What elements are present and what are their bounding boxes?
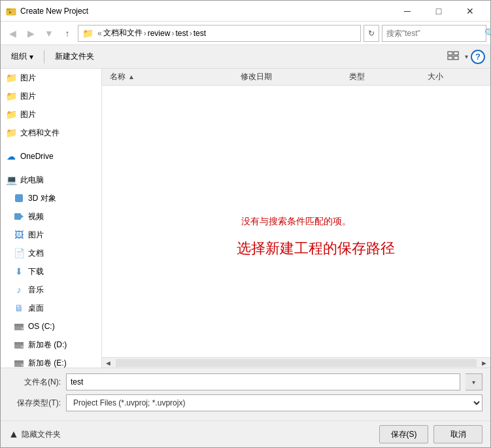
- sidebar: 📁 图片 📁 图片 📁 图片 📁 文档和文件 ☁ OneDrive: [1, 69, 102, 368]
- svg-point-13: [22, 328, 24, 330]
- bottom-fields: 文件名(N): ▾ 保存类型(T): Project Files (*.uvpr…: [1, 368, 490, 421]
- filename-input[interactable]: [66, 373, 460, 390]
- sidebar-item-video[interactable]: 视频: [1, 207, 101, 226]
- sidebar-item-drive-d[interactable]: 新加卷 (D:): [1, 336, 101, 354]
- overlay-message: 选择新建工程的保存路径: [237, 239, 395, 258]
- folder-icon: 📁: [6, 128, 16, 138]
- action-buttons: 保存(S) 取消: [379, 425, 483, 443]
- minimize-button[interactable]: ─: [392, 1, 422, 22]
- svg-rect-8: [15, 194, 23, 202]
- col-header-name[interactable]: 名称 ▲: [107, 69, 238, 85]
- drive-d-icon: [14, 339, 24, 350]
- save-button[interactable]: 保存(S): [379, 425, 428, 443]
- drive-c-icon: [14, 321, 24, 332]
- svg-rect-9: [14, 213, 21, 220]
- sidebar-item-music[interactable]: ♪ 音乐: [1, 281, 101, 299]
- toolbar: 组织 ▾ 新建文件夹 ▾ ?: [1, 45, 490, 69]
- sidebar-item-thispc[interactable]: 💻 此电脑: [1, 171, 101, 189]
- forward-button[interactable]: ▶: [23, 26, 39, 41]
- col-header-type[interactable]: 类型: [347, 69, 425, 85]
- documents-icon: 📄: [14, 248, 24, 258]
- section-divider: [1, 142, 101, 147]
- filename-dropdown-button[interactable]: ▾: [466, 373, 483, 390]
- hscroll-track[interactable]: [116, 359, 477, 367]
- close-button[interactable]: ✕: [455, 1, 485, 22]
- section-divider-2: [1, 165, 101, 171]
- hscroll-left[interactable]: ◄: [102, 359, 114, 367]
- svg-rect-6: [448, 56, 452, 60]
- svg-rect-18: [14, 360, 24, 363]
- sidebar-item-documents[interactable]: 📄 文档: [1, 244, 101, 262]
- view-button[interactable]: [444, 48, 462, 65]
- filetype-label: 保存类型(T):: [8, 398, 61, 409]
- sidebar-item-osc[interactable]: OS (C:): [1, 317, 101, 336]
- folder-icon: 📁: [6, 109, 16, 120]
- sidebar-item-onedrive[interactable]: ☁ OneDrive: [1, 147, 101, 165]
- filetype-select[interactable]: Project Files (*.uvproj; *.uvprojx): [66, 394, 483, 411]
- sidebar-item-drive-e[interactable]: 新加卷 (E:): [1, 354, 101, 368]
- col-header-date[interactable]: 修改日期: [238, 69, 347, 85]
- horizontal-scrollbar[interactable]: ◄ ►: [102, 357, 490, 368]
- search-input[interactable]: [386, 29, 484, 38]
- cancel-button[interactable]: 取消: [433, 425, 483, 443]
- col-header-size[interactable]: 大小: [425, 69, 485, 85]
- bottom-actions: ▲ 隐藏文件夹 保存(S) 取消: [1, 421, 490, 447]
- drive-e-icon: [14, 358, 24, 368]
- svg-rect-7: [454, 56, 458, 60]
- up-button[interactable]: ↑: [59, 26, 75, 41]
- svg-rect-15: [14, 342, 24, 345]
- sidebar-item-downloads[interactable]: ⬇ 下载: [1, 262, 101, 281]
- sidebar-item-pictures1[interactable]: 📁 图片: [1, 69, 101, 87]
- address-bar: ◀ ▶ ▼ ↑ 📁 « 文档和文件 › review › test › test…: [1, 22, 490, 45]
- dialog-window: Create New Project ─ □ ✕ ◀ ▶ ▼ ↑ 📁 « 文档和…: [0, 0, 491, 448]
- hide-files-toggle[interactable]: ▲ 隐藏文件夹: [8, 428, 61, 440]
- hscroll-right[interactable]: ►: [478, 359, 490, 367]
- title-bar-text: Create New Project: [20, 7, 392, 16]
- organize-button[interactable]: 组织 ▾: [6, 48, 39, 65]
- empty-message: 没有与搜索条件匹配的项。: [241, 216, 351, 228]
- filename-row: 文件名(N): ▾: [8, 373, 483, 390]
- svg-point-19: [22, 364, 24, 366]
- file-area: 名称 ▲ 修改日期 类型 大小 没有与搜索条件匹配的项。 选择新建工程的保存路径: [102, 69, 490, 368]
- title-bar-controls: ─ □ ✕: [392, 1, 485, 22]
- new-folder-button[interactable]: 新建文件夹: [50, 48, 99, 65]
- title-bar: Create New Project ─ □ ✕: [1, 1, 490, 22]
- svg-marker-10: [21, 215, 24, 218]
- desktop-icon: 🖥: [14, 303, 24, 313]
- sidebar-item-pictures4[interactable]: 🖼 图片: [1, 226, 101, 244]
- svg-rect-2: [7, 9, 10, 10]
- sidebar-item-pictures3[interactable]: 📁 图片: [1, 105, 101, 124]
- sidebar-item-desktop[interactable]: 🖥 桌面: [1, 299, 101, 317]
- pictures-icon: 🖼: [14, 230, 24, 240]
- file-list[interactable]: 没有与搜索条件匹配的项。 选择新建工程的保存路径: [102, 86, 490, 357]
- svg-point-16: [22, 346, 24, 348]
- toolbar-right: ▾ ?: [444, 48, 485, 65]
- music-icon: ♪: [14, 284, 24, 295]
- address-path[interactable]: 📁 « 文档和文件 › review › test › test: [78, 25, 361, 42]
- search-box[interactable]: 🔍: [382, 25, 486, 42]
- help-button[interactable]: ?: [471, 50, 485, 64]
- svg-rect-12: [14, 324, 24, 326]
- app-icon: [6, 6, 16, 16]
- folder-icon: 📁: [6, 91, 16, 101]
- down-button[interactable]: ▼: [41, 26, 57, 41]
- toolbar-separator: [44, 50, 44, 63]
- video-icon: [14, 211, 24, 222]
- column-headers: 名称 ▲ 修改日期 类型 大小: [102, 69, 490, 86]
- search-icon: 🔍: [484, 28, 491, 38]
- sidebar-item-3d[interactable]: 3D 对象: [1, 189, 101, 207]
- filetype-row: 保存类型(T): Project Files (*.uvproj; *.uvpr…: [8, 394, 483, 411]
- back-button[interactable]: ◀: [5, 26, 20, 41]
- maximize-button[interactable]: □: [424, 1, 454, 22]
- refresh-button[interactable]: ↻: [364, 25, 379, 42]
- sidebar-item-docs[interactable]: 📁 文档和文件: [1, 124, 101, 142]
- folder-icon: 📁: [6, 73, 16, 83]
- svg-rect-4: [448, 52, 452, 55]
- sidebar-item-pictures2[interactable]: 📁 图片: [1, 87, 101, 105]
- 3dobjects-icon: [14, 193, 24, 203]
- collapse-icon: ▲: [8, 428, 19, 440]
- filename-label: 文件名(N):: [8, 377, 61, 388]
- main-content: 📁 图片 📁 图片 📁 图片 📁 文档和文件 ☁ OneDrive: [1, 69, 490, 368]
- view-dropdown-arrow: ▾: [465, 53, 468, 60]
- onedrive-icon: ☁: [6, 151, 16, 162]
